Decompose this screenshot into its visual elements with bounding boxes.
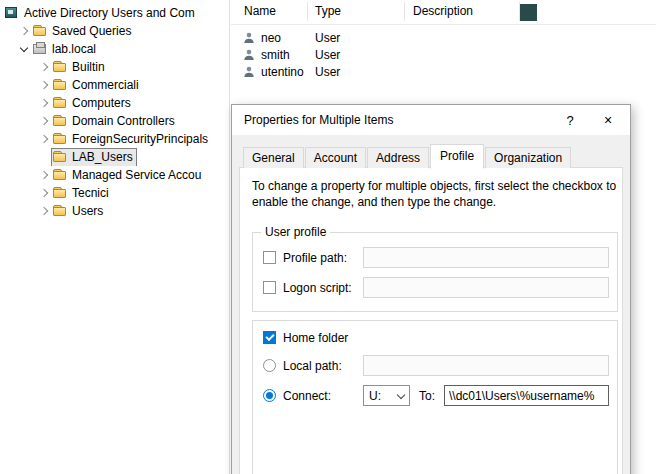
list-item-utentino[interactable]: utentino User [231,64,656,81]
close-button[interactable]: × [590,105,626,135]
aduc-window: Active Directory Users and Com Saved Que… [0,0,656,474]
tree-item-saved-queries[interactable]: Saved Queries [0,22,229,40]
user-name: utentino [261,65,304,79]
tab-profile[interactable]: Profile [430,144,484,169]
local-path-row: Local path: [253,355,617,377]
user-type: User [315,65,340,79]
tree-item-label: Computers [71,96,131,110]
tree-item-label: Commerciali [71,78,139,92]
group-title: User profile [261,225,330,239]
chevron-right-icon[interactable] [36,167,52,183]
local-path-input [363,355,609,376]
tree-item-label: Builtin [71,60,105,74]
user-name: smith [261,48,290,62]
list-item-smith[interactable]: smith User [231,47,656,64]
tree-item-label: Saved Queries [51,24,131,38]
connect-row: Connect: U: To: [253,385,617,407]
chevron-right-icon[interactable] [16,23,32,39]
help-button[interactable]: ? [552,105,588,135]
home-folder-checkbox[interactable] [263,331,276,344]
connect-label: Connect: [283,389,331,403]
drive-letter-select[interactable]: U: [363,385,410,406]
profile-path-input [363,247,609,268]
list-item-neo[interactable]: neo User [231,30,656,47]
tree-item-commerciali[interactable]: Commerciali [0,76,229,94]
tab-general[interactable]: General [243,147,304,168]
to-label: To: [419,389,435,403]
tree-item-root[interactable]: Active Directory Users and Com [0,4,229,22]
folder-icon [32,23,48,39]
user-icon [243,32,255,47]
column-header-description[interactable]: Description [413,4,473,18]
column-header-name[interactable]: Name [244,4,276,18]
tab-account[interactable]: Account [305,147,366,168]
tree-item-lab-local[interactable]: lab.local [0,40,229,58]
chevron-right-icon[interactable] [36,131,52,147]
chevron-right-icon[interactable] [36,113,52,129]
user-name: neo [261,31,281,45]
chevron-right-icon[interactable] [36,203,52,219]
tree-item-label: Managed Service Accou [71,168,201,182]
folder-icon [52,95,68,111]
folder-icon [52,59,68,75]
column-separator[interactable] [307,2,308,21]
tree-item-label: Active Directory Users and Com [23,6,195,20]
connect-path-input[interactable] [444,385,609,406]
tree-item-label: Domain Controllers [71,114,175,128]
tree-item-managed-service-accounts[interactable]: Managed Service Accou [0,166,229,184]
chevron-right-icon[interactable] [36,59,52,75]
tree-item-users[interactable]: Users [0,202,229,220]
domain-icon [32,41,48,57]
tree-item-label: LAB_Users [71,150,133,164]
user-profile-group: User profile Profile path: Logon script: [252,232,618,312]
tree-item-label: lab.local [51,42,96,56]
tree-item-tecnici[interactable]: Tecnici [0,184,229,202]
console-tree: Active Directory Users and Com Saved Que… [0,0,230,474]
tab-strip: General Account Address Profile Organiza… [243,146,572,168]
logon-script-row: Logon script: [253,277,617,299]
connect-radio[interactable] [263,389,276,402]
tree-item-label: Users [71,204,103,218]
chevron-placeholder [36,149,52,165]
header-decoration-icon [520,4,537,21]
folder-icon [52,113,68,129]
local-path-label: Local path: [283,359,342,373]
object-list: Name Type Description neo User smith Use… [231,0,656,104]
selected-tree-item[interactable]: LAB_Users [52,149,136,166]
folder-icon [52,131,68,147]
user-icon [243,66,255,81]
tab-organization[interactable]: Organization [485,147,571,168]
chevron-right-icon[interactable] [36,77,52,93]
user-type: User [315,31,340,45]
folder-icon [52,203,68,219]
tab-address[interactable]: Address [367,147,429,168]
profile-path-label: Profile path: [283,251,347,265]
tree-item-domain-controllers[interactable]: Domain Controllers [0,112,229,130]
tree-item-builtin[interactable]: Builtin [0,58,229,76]
tree-item-computers[interactable]: Computers [0,94,229,112]
tree-item-lab-users[interactable]: LAB_Users [0,148,229,166]
profile-path-checkbox[interactable] [263,251,276,264]
user-type: User [315,48,340,62]
home-folder-label: Home folder [283,331,348,345]
column-header-type[interactable]: Type [315,4,341,18]
tree-item-foreign-security-principals[interactable]: ForeignSecurityPrincipals [0,130,229,148]
tree-item-label: Tecnici [71,186,109,200]
column-separator[interactable] [404,2,405,21]
logon-script-input [363,277,609,298]
aduc-root-icon [4,5,20,21]
chevron-right-icon[interactable] [36,95,52,111]
dialog-title-bar[interactable]: Properties for Multiple Items ? × [232,105,630,135]
chevron-down-icon[interactable] [16,41,32,57]
properties-dialog: Properties for Multiple Items ? × Genera… [231,104,631,474]
logon-script-checkbox[interactable] [263,281,276,294]
folder-icon [52,77,68,93]
drive-letter-value: U: [369,389,381,403]
local-path-radio[interactable] [263,359,276,372]
folder-icon [52,167,68,183]
logon-script-label: Logon script: [283,281,352,295]
dialog-title: Properties for Multiple Items [244,113,393,127]
chevron-right-icon[interactable] [36,185,52,201]
user-icon [243,49,255,64]
home-folder-row: Home folder [253,327,617,349]
